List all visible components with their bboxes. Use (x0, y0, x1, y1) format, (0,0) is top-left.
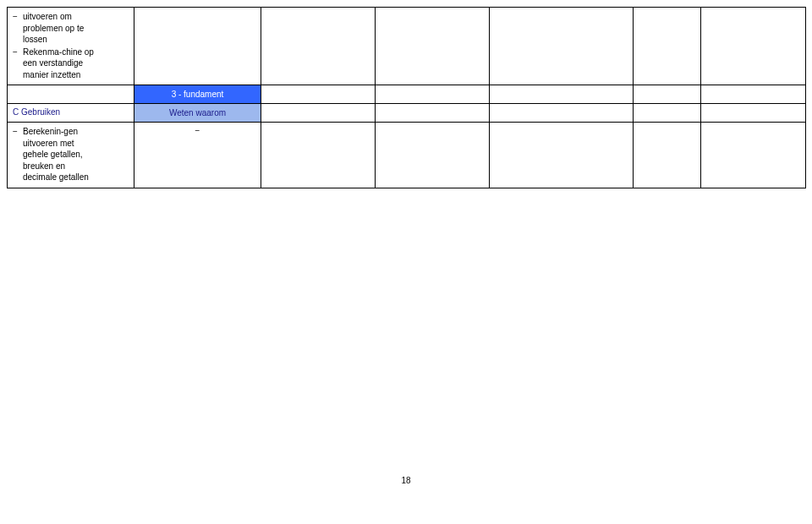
text: een verstandige (23, 58, 83, 68)
cell-empty (634, 8, 701, 85)
text: lossen (23, 35, 47, 44)
cell-empty (490, 85, 634, 104)
cell-list: Berekenin-gen uitvoeren met gehele getal… (8, 123, 134, 188)
cell-empty (376, 8, 490, 85)
cell-empty (134, 8, 261, 85)
cell-empty (261, 8, 376, 85)
cell-empty (376, 123, 490, 188)
list-item: Rekenma-chine op een verstandige manier … (13, 46, 129, 81)
cell-empty (490, 8, 634, 85)
text: Berekenin-gen (23, 127, 78, 136)
cell-weten-waarom: Weten waarom (134, 104, 261, 123)
cell-empty (701, 8, 806, 85)
list-item: Berekenin-gen uitvoeren met gehele getal… (13, 126, 129, 183)
cell-empty (376, 104, 490, 123)
text: uitvoeren met (23, 139, 74, 148)
text: breuken en (23, 161, 65, 171)
bullet-list: uitvoeren om problemen op te lossen Reke… (13, 11, 129, 80)
cell-empty (701, 123, 806, 188)
table-row: uitvoeren om problemen op te lossen Reke… (8, 8, 806, 85)
page-number: 18 (7, 476, 805, 485)
cell-empty (701, 104, 806, 123)
content-table: uitvoeren om problemen op te lossen Reke… (7, 7, 806, 188)
cell-empty (490, 104, 634, 123)
cell-empty (261, 104, 376, 123)
cell-empty (376, 85, 490, 104)
text: manier inzetten (23, 70, 80, 79)
cell-empty (261, 85, 376, 104)
table-row: 3 - fundament (8, 85, 806, 104)
cell-list: uitvoeren om problemen op te lossen Reke… (8, 8, 134, 85)
text: decimale getallen (23, 172, 89, 182)
cell-dash: − (134, 123, 261, 188)
cell-empty (634, 104, 701, 123)
text: Rekenma-chine op (23, 47, 94, 57)
text: problemen op te (23, 24, 84, 33)
cell-empty (261, 123, 376, 188)
cell-empty (8, 85, 134, 104)
list-item: uitvoeren om problemen op te lossen (13, 11, 129, 46)
cell-empty (634, 123, 701, 188)
cell-section-title: C Gebruiken (8, 104, 134, 123)
text: gehele getallen, (23, 150, 83, 159)
table-row: C Gebruiken Weten waarom (8, 104, 806, 123)
cell-empty (634, 85, 701, 104)
text: uitvoeren om (23, 12, 72, 21)
bullet-list: Berekenin-gen uitvoeren met gehele getal… (13, 126, 129, 183)
table-row: Berekenin-gen uitvoeren met gehele getal… (8, 123, 806, 188)
cell-empty (490, 123, 634, 188)
cell-fundament: 3 - fundament (134, 85, 261, 104)
cell-empty (701, 85, 806, 104)
